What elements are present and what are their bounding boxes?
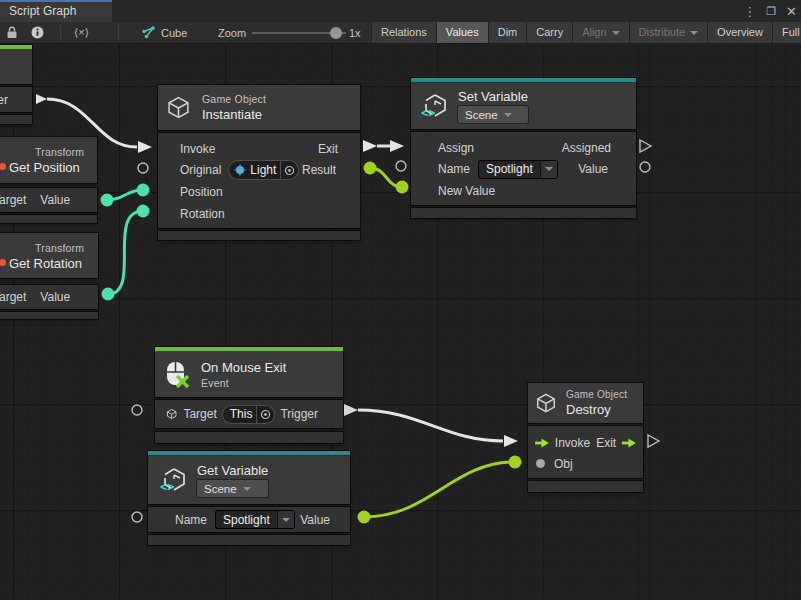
graph-name: Cube [161, 27, 187, 39]
port-getvariable-value-dot[interactable] [358, 511, 371, 524]
tab-script-graph[interactable]: Script Graph [0, 0, 112, 22]
carry-button[interactable]: Carry [526, 22, 572, 43]
close-icon[interactable]: ✕ [786, 4, 797, 19]
maximize-icon[interactable]: ❐ [766, 5, 776, 18]
graph-canvas[interactable]: Trigger Transform Get Position Target Va… [0, 44, 801, 600]
wire-trigger-to-invoke[interactable] [47, 99, 137, 147]
info-icon[interactable] [31, 22, 44, 43]
zoom-value: 1x [349, 22, 361, 43]
port-exit-out-arrow[interactable] [363, 140, 377, 152]
chevron-down-icon [612, 31, 620, 35]
values-button[interactable]: Values [436, 22, 488, 43]
code-view-icon[interactable]: ⟨×⟩ [74, 22, 89, 43]
fullscreen-button[interactable]: Full Screen [772, 22, 801, 43]
dim-button[interactable]: Dim [488, 22, 527, 43]
port-assign-in-arrow[interactable] [390, 140, 404, 152]
wire-layer [0, 44, 801, 600]
port-destroy-invoke-in-arrow[interactable] [504, 435, 518, 447]
port-setvar-value-circle[interactable] [640, 162, 650, 172]
zoom-label: Zoom [218, 22, 246, 43]
relations-button[interactable]: Relations [371, 22, 436, 43]
wire-trigger-to-destroy-invoke[interactable] [358, 410, 503, 441]
port-setvar-name-circle[interactable] [396, 161, 406, 171]
toolbar-separator [118, 25, 119, 40]
graph-icon [140, 26, 155, 39]
port-result-out-dot[interactable] [364, 162, 377, 175]
port-getvariable-name-circle[interactable] [132, 512, 142, 522]
port-getrotation-value-dot[interactable] [102, 288, 115, 301]
port-mouseexit-target-circle[interactable] [132, 405, 142, 415]
toolbar-separator [60, 25, 61, 40]
lock-icon[interactable] [6, 22, 18, 43]
wire-getvariable-to-obj[interactable] [364, 462, 515, 517]
port-destroy-obj-in-dot[interactable] [509, 456, 522, 469]
script-graph-window: Script Graph ⋮ ❐ ✕ ⟨×⟩ Cube Zoom 1x [0, 0, 801, 600]
port-newvalue-in-dot[interactable] [396, 181, 409, 194]
port-getposition-value-dot[interactable] [101, 194, 114, 207]
port-position-in-dot[interactable] [137, 184, 150, 197]
zoom-slider-handle[interactable] [330, 27, 342, 39]
graph-breadcrumb[interactable]: Cube [140, 22, 187, 43]
port-assigned-out-triangle[interactable] [640, 140, 651, 152]
port-trigger-out-arrow[interactable] [344, 404, 358, 416]
port-rotation-in-dot[interactable] [137, 205, 150, 218]
port-invoke-in-arrow[interactable] [138, 141, 152, 153]
port-original-circle[interactable] [138, 163, 148, 173]
distribute-dropdown[interactable]: Distribute [629, 22, 707, 43]
wire-getrotation-to-rotation[interactable] [108, 211, 143, 294]
overview-button[interactable]: Overview [707, 22, 772, 43]
port-trigger-out-arrow[interactable] [36, 94, 47, 104]
title-bar: Script Graph ⋮ ❐ ✕ [0, 0, 801, 22]
chevron-down-icon [690, 31, 698, 35]
tab-title: Script Graph [9, 4, 76, 18]
window-menu-icon[interactable]: ⋮ [743, 4, 756, 19]
align-dropdown[interactable]: Align [572, 22, 628, 43]
graph-toolbar: ⟨×⟩ Cube Zoom 1x Relations Values Dim Ca… [0, 22, 801, 44]
port-destroy-exit-out-triangle[interactable] [648, 435, 659, 447]
